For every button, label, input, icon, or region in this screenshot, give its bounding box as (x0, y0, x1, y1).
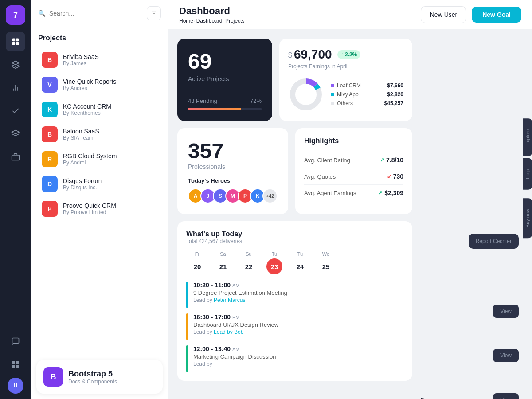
page-title: Dashboard (179, 5, 415, 17)
event-content: 12:00 - 13:40 AM Marketing Campaign Disc… (193, 345, 403, 367)
help-tab[interactable]: Help (523, 158, 532, 190)
calendar-day[interactable]: Sa 21 (212, 251, 234, 274)
projects-section: Projects B Briviba SaaS By James V Vine … (31, 27, 168, 225)
bootstrap-label: Bootstrap 5 Docs & Components (68, 369, 117, 385)
bootstrap-logo: B (43, 367, 63, 387)
project-logo: D (42, 176, 58, 192)
sidebar-icon-grid[interactable] (6, 32, 25, 51)
view-button-2[interactable]: View (493, 349, 519, 362)
event-lead-link[interactable]: Peter Marcus (214, 297, 245, 303)
search-input[interactable] (49, 10, 143, 17)
day-number: 25 (318, 258, 334, 274)
highlights-title: Highlights (304, 137, 403, 145)
project-info: RGB Cloud System By Andrei (63, 153, 117, 166)
earnings-legend-values: $7,660 $2,820 $45,257 (384, 82, 403, 106)
sidebar-icon-barchart[interactable] (6, 78, 25, 98)
calendar-day[interactable]: Fr 20 (186, 251, 208, 274)
sidebar-user-photo[interactable]: U (8, 378, 23, 394)
new-goal-button[interactable]: New Goal (472, 7, 521, 23)
earnings-amount: 69,700 (294, 47, 332, 62)
sidebar-bottom: U (6, 332, 25, 394)
project-item[interactable]: B Briviba SaaS By James (38, 47, 161, 72)
project-name: RGB Cloud System (63, 153, 117, 160)
event-bar (186, 282, 188, 308)
earnings-legend: Leaf CRM Mivy App Others (331, 82, 377, 106)
sidebar-icon-layers[interactable] (6, 55, 25, 74)
project-info: KC Account CRM By Keenthemes (63, 103, 111, 116)
sidebar-icon-grid2[interactable] (6, 355, 25, 374)
highlight-row: Avg. Client Rating ↗ 7.8/10 (304, 152, 403, 168)
event-content: 16:30 - 17:00 PM Dashboard UI/UX Design … (193, 313, 403, 335)
report-center-button[interactable]: Report Cecnter (469, 234, 519, 249)
earnings-currency: $ (288, 50, 292, 59)
heroes-label: Today's Heroes (188, 177, 278, 184)
project-logo: V (42, 77, 58, 93)
whatsup-title: What's up Today (186, 230, 403, 238)
sidebar-icon-check[interactable] (6, 101, 25, 121)
progress-bar-background (188, 108, 262, 110)
day-number: 21 (215, 258, 231, 274)
project-item[interactable]: D Disqus Forum By Disqus Inc. (38, 172, 161, 196)
day-name: Tu (297, 251, 303, 257)
pending-label: 43 Pending 72% (188, 98, 262, 104)
view-button-3[interactable]: View (493, 393, 519, 399)
calendar-day[interactable]: Tu 24 (289, 251, 311, 274)
cards-row-2: 357 Professionals Today's Heroes AJSMPK+… (177, 128, 412, 214)
project-by: By Disqus Inc. (63, 184, 102, 191)
content-main: 69 Active Projects 43 Pending 72% (168, 30, 421, 399)
svg-marker-4 (12, 61, 20, 65)
day-number: 24 (292, 258, 308, 274)
projects-list: B Briviba SaaS By James V Vine Quick Rep… (38, 47, 161, 221)
right-panel-curve (421, 30, 532, 399)
sidebar: 7 U (0, 0, 31, 399)
project-item[interactable]: V Vine Quick Reports By Andres (38, 72, 161, 97)
view-button-1[interactable]: View (493, 305, 519, 318)
filter-button[interactable] (147, 6, 161, 20)
sidebar-icon-briefcase[interactable] (6, 147, 25, 167)
project-by: By James (63, 60, 99, 66)
bootstrap-card[interactable]: B Bootstrap 5 Docs & Components (36, 360, 163, 394)
event-item: 12:00 - 13:40 AM Marketing Campaign Disc… (186, 345, 403, 372)
project-item[interactable]: P Proove Quick CRM By Proove Limited (38, 196, 161, 221)
explore-tab[interactable]: Explore (523, 118, 532, 156)
event-lead-link[interactable]: Lead by Bob (214, 329, 243, 335)
project-by: By Andrei (63, 160, 117, 166)
buy-tab[interactable]: Buy now (523, 198, 532, 238)
svg-rect-0 (12, 39, 16, 42)
event-lead: Lead by Peter Marcus (193, 297, 403, 303)
professionals-label: Professionals (188, 163, 278, 170)
project-by: By Keenthemes (63, 110, 111, 116)
calendar-header: What's up Today Total 424,567 deliveries (186, 230, 403, 244)
progress-bar-fill (188, 108, 241, 110)
sidebar-icon-chat[interactable] (6, 332, 25, 351)
left-panel: 🔍 Projects B Briviba SaaS By James V Vin… (31, 0, 168, 399)
calendar-day[interactable]: Tu 23 (263, 251, 286, 274)
event-item: 16:30 - 17:00 PM Dashboard UI/UX Design … (186, 313, 403, 340)
avatar-circle[interactable]: +42 (262, 188, 278, 203)
event-name: Marketing Campaign Discussion (193, 353, 403, 360)
project-item[interactable]: B Baloon SaaS By SIA Team (38, 122, 161, 147)
day-number: 22 (241, 258, 257, 274)
calendar-day[interactable]: Su 22 (238, 251, 260, 274)
breadcrumb: Home· Dashboard· Projects (179, 18, 415, 24)
header-title-area: Dashboard Home· Dashboard· Projects (179, 5, 415, 24)
earnings-card: $ 69,700 ↑ 2.2% Projects Earnings in Apr… (279, 39, 412, 121)
highlight-label: Avg. Quotes (304, 173, 336, 180)
calendar-day[interactable]: We 25 (315, 251, 337, 274)
svg-rect-3 (16, 42, 19, 45)
svg-rect-10 (12, 361, 15, 364)
project-by: By SIA Team (63, 135, 99, 141)
project-item[interactable]: R RGB Cloud System By Andrei (38, 147, 161, 172)
day-name: Tu (272, 251, 277, 257)
right-panel: Explore Help Buy now Report Cecnter View… (421, 30, 532, 399)
top-header: Dashboard Home· Dashboard· Projects New … (168, 0, 532, 30)
project-logo: R (42, 151, 58, 167)
project-item[interactable]: K KC Account CRM By Keenthemes (38, 97, 161, 122)
events-list: 10:20 - 11:00 AM 9 Degree Project Estima… (186, 282, 403, 372)
event-bar (186, 313, 188, 340)
svg-rect-9 (12, 155, 20, 160)
new-user-button[interactable]: New User (421, 6, 466, 23)
day-name: Sa (220, 251, 226, 257)
event-item: 10:20 - 11:00 AM 9 Degree Project Estima… (186, 282, 403, 308)
sidebar-icon-stack[interactable] (6, 124, 25, 144)
